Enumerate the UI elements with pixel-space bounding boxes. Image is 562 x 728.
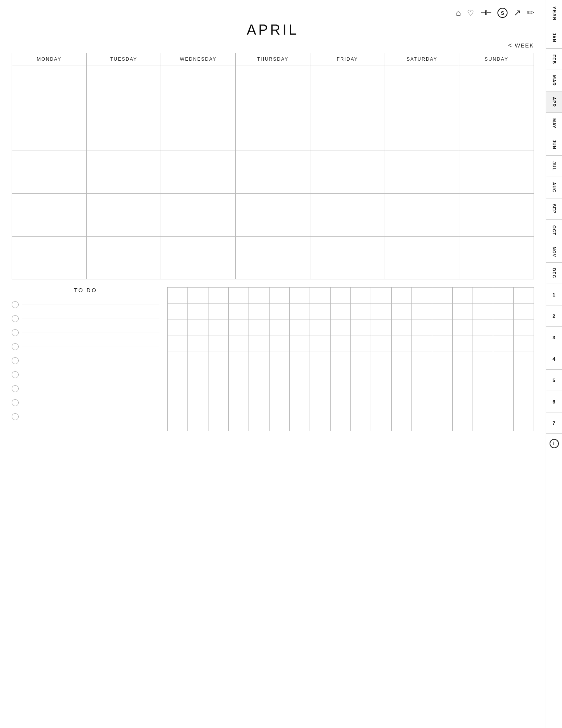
- sidebar-month-feb[interactable]: FEB: [546, 49, 562, 70]
- sidebar-day-7[interactable]: 7: [546, 412, 562, 434]
- calendar-cell[interactable]: [87, 151, 161, 194]
- calendar-cell[interactable]: [310, 65, 385, 108]
- calendar-cell[interactable]: [87, 194, 161, 237]
- sidebar-month-jan[interactable]: JAN: [546, 27, 562, 49]
- habit-cell[interactable]: [392, 335, 412, 351]
- habit-cell[interactable]: [473, 415, 493, 431]
- habit-cell[interactable]: [493, 415, 513, 431]
- habit-cell[interactable]: [514, 399, 534, 415]
- habit-cell[interactable]: [188, 335, 208, 351]
- habit-cell[interactable]: [290, 399, 310, 415]
- habit-cell[interactable]: [188, 415, 208, 431]
- habit-cell[interactable]: [514, 415, 534, 431]
- habit-cell[interactable]: [371, 399, 391, 415]
- habit-cell[interactable]: [371, 367, 391, 383]
- habit-cell[interactable]: [331, 319, 351, 335]
- habit-cell[interactable]: [453, 399, 473, 415]
- habit-cell[interactable]: [310, 399, 330, 415]
- habit-cell[interactable]: [392, 367, 412, 383]
- habit-cell[interactable]: [412, 351, 432, 367]
- calendar-cell[interactable]: [310, 108, 385, 151]
- habit-cell[interactable]: [290, 288, 310, 303]
- habit-cell[interactable]: [351, 303, 371, 319]
- habit-cell[interactable]: [392, 319, 412, 335]
- habit-cell[interactable]: [432, 415, 452, 431]
- habit-cell[interactable]: [453, 319, 473, 335]
- calendar-cell[interactable]: [385, 108, 460, 151]
- calendar-cell[interactable]: [236, 151, 310, 194]
- calendar-cell[interactable]: [12, 151, 87, 194]
- habit-cell[interactable]: [351, 383, 371, 399]
- habit-cell[interactable]: [208, 351, 229, 367]
- habit-cell[interactable]: [310, 288, 330, 303]
- habit-cell[interactable]: [473, 335, 493, 351]
- habit-cell[interactable]: [514, 288, 534, 303]
- habit-cell[interactable]: [168, 415, 188, 431]
- habit-cell[interactable]: [392, 399, 412, 415]
- habit-cell[interactable]: [168, 288, 188, 303]
- todo-checkbox[interactable]: [12, 329, 19, 336]
- calendar-cell[interactable]: [161, 65, 236, 108]
- calendar-cell[interactable]: [12, 65, 87, 108]
- habit-cell[interactable]: [310, 383, 330, 399]
- calendar-cell[interactable]: [161, 237, 236, 279]
- habit-cell[interactable]: [310, 351, 330, 367]
- habit-cell[interactable]: [331, 335, 351, 351]
- habit-cell[interactable]: [392, 415, 412, 431]
- habit-cell[interactable]: [249, 399, 269, 415]
- habit-cell[interactable]: [493, 367, 513, 383]
- habit-cell[interactable]: [208, 303, 229, 319]
- sidebar-day-3[interactable]: 3: [546, 327, 562, 348]
- calendar-cell[interactable]: [459, 108, 534, 151]
- habit-cell[interactable]: [453, 367, 473, 383]
- habit-cell[interactable]: [249, 383, 269, 399]
- calendar-cell[interactable]: [385, 65, 460, 108]
- habit-cell[interactable]: [412, 303, 432, 319]
- habit-cell[interactable]: [493, 288, 513, 303]
- habit-cell[interactable]: [392, 303, 412, 319]
- sidebar-day-6[interactable]: 6: [546, 391, 562, 412]
- calendar-cell[interactable]: [12, 237, 87, 279]
- todo-item[interactable]: [12, 385, 159, 392]
- habit-cell[interactable]: [270, 399, 290, 415]
- calendar-cell[interactable]: [87, 108, 161, 151]
- todo-checkbox[interactable]: [12, 385, 19, 392]
- todo-checkbox[interactable]: [12, 343, 19, 350]
- habit-cell[interactable]: [168, 383, 188, 399]
- calendar-cell[interactable]: [236, 65, 310, 108]
- calendar-cell[interactable]: [459, 151, 534, 194]
- calendar-cell[interactable]: [161, 194, 236, 237]
- habit-cell[interactable]: [412, 288, 432, 303]
- habit-cell[interactable]: [249, 319, 269, 335]
- habit-cell[interactable]: [310, 415, 330, 431]
- calendar-cell[interactable]: [459, 65, 534, 108]
- habit-cell[interactable]: [249, 303, 269, 319]
- todo-checkbox[interactable]: [12, 413, 19, 420]
- habit-cell[interactable]: [229, 319, 249, 335]
- todo-checkbox[interactable]: [12, 315, 19, 322]
- habit-cell[interactable]: [188, 319, 208, 335]
- home-icon[interactable]: ⌂: [456, 8, 461, 18]
- sidebar-month-jul[interactable]: JUL: [546, 156, 562, 177]
- sidebar-month-dec[interactable]: DEC: [546, 263, 562, 284]
- habit-cell[interactable]: [371, 351, 391, 367]
- habit-cell[interactable]: [432, 383, 452, 399]
- habit-cell[interactable]: [514, 383, 534, 399]
- habit-cell[interactable]: [514, 303, 534, 319]
- habit-cell[interactable]: [493, 303, 513, 319]
- habit-cell[interactable]: [473, 288, 493, 303]
- habit-cell[interactable]: [392, 383, 412, 399]
- habit-cell[interactable]: [351, 351, 371, 367]
- barbell-icon[interactable]: ⊣⊢: [480, 9, 491, 17]
- habit-cell[interactable]: [208, 288, 229, 303]
- dollar-circle-icon[interactable]: S: [497, 8, 508, 18]
- habit-cell[interactable]: [229, 399, 249, 415]
- habit-cell[interactable]: [270, 367, 290, 383]
- habit-cell[interactable]: [249, 335, 269, 351]
- todo-item[interactable]: [12, 315, 159, 322]
- habit-cell[interactable]: [168, 335, 188, 351]
- habit-cell[interactable]: [290, 383, 310, 399]
- habit-cell[interactable]: [371, 303, 391, 319]
- todo-item[interactable]: [12, 343, 159, 350]
- habit-cell[interactable]: [331, 399, 351, 415]
